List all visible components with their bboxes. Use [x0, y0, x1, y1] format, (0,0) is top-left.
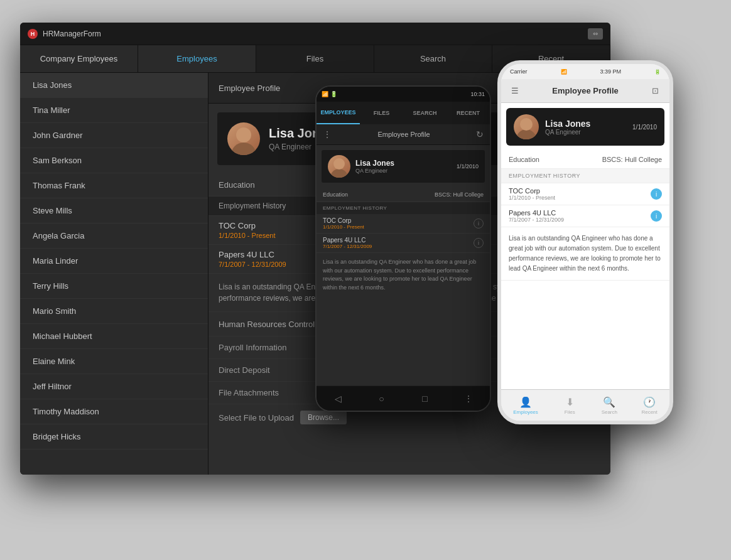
file-upload-button[interactable]: Browse... — [300, 411, 347, 424]
android-device: 📶 🔋 10:31 EMPLOYEES FILES SEARCH RECENT … — [315, 85, 491, 412]
android-tab-files[interactable]: FILES — [360, 102, 403, 124]
android-time: 10:31 — [470, 91, 485, 97]
ios-recent-icon: 🕐 — [642, 396, 657, 408]
ios-profile-left: Lisa Jones QA Engineer — [514, 114, 590, 139]
android-menu-icon[interactable]: ⋮ — [323, 129, 332, 139]
ios-profile-card: Lisa Jones QA Engineer 1/1/2010 — [506, 108, 664, 146]
list-item[interactable]: Timothy Maddison — [20, 399, 208, 424]
ios-nav-menu-icon[interactable]: ☰ — [507, 83, 523, 99]
android-info-btn[interactable]: i — [474, 238, 484, 248]
list-item[interactable]: Michael Hubbert — [20, 324, 208, 349]
ios-employment-header: EMPLOYMENT HISTORY — [501, 169, 669, 183]
android-profile-header: ⋮ Employee Profile ↻ — [317, 124, 490, 145]
svg-point-1 — [236, 127, 251, 143]
ios-tab-recent-label: Recent — [641, 409, 657, 415]
ios-inner: Carrier 📶 3:39 PM 🔋 ☰ Employee Profile ⊡ — [501, 64, 669, 421]
avatar — [227, 122, 260, 155]
list-item[interactable]: Steve Mills — [20, 198, 208, 223]
ios-avatar — [514, 114, 539, 139]
tab-search[interactable]: Search — [374, 45, 492, 72]
ios-info-btn[interactable]: i — [651, 188, 662, 200]
android-profile-date: 1/1/2010 — [457, 163, 479, 170]
ios-tab-recent[interactable]: 🕐 Recent — [641, 396, 657, 415]
ios-emp-info: Papers 4U LLC 7/1/2007 - 12/31/2009 — [509, 209, 564, 223]
tab-files[interactable]: Files — [256, 45, 374, 72]
tab-company-employees[interactable]: Company Employees — [20, 45, 138, 72]
android-avatar — [328, 155, 350, 178]
android-home-btn[interactable]: ○ — [374, 391, 389, 406]
svg-point-0 — [231, 143, 256, 155]
ios-emp-item: TOC Corp 1/1/2010 - Present i — [501, 183, 669, 205]
ios-tab-search[interactable]: 🔍 Search — [602, 396, 617, 415]
ios-tab-employees[interactable]: 👤 Employees — [513, 396, 538, 415]
svg-point-3 — [333, 158, 345, 170]
list-item[interactable]: Terry Hills — [20, 274, 208, 299]
list-item[interactable]: Thomas Frank — [20, 173, 208, 198]
list-item[interactable]: Mario Smith — [20, 299, 208, 324]
ios-content: Lisa Jones QA Engineer 1/1/2010 Educatio… — [501, 103, 669, 389]
ios-profile-job: QA Engineer — [545, 129, 590, 136]
ios-navbar: ☰ Employee Profile ⊡ — [501, 79, 669, 103]
android-info-btn[interactable]: i — [474, 218, 484, 229]
android-bottom-bar: ◁ ○ □ ⋮ — [317, 385, 490, 411]
employee-list: Lisa Jones Tina Miller John Gardner Sam … — [20, 73, 208, 475]
ios-navbar-title: Employee Profile — [552, 86, 618, 95]
ios-profile-date: 1/1/2010 — [632, 124, 657, 131]
android-tab-employees[interactable]: EMPLOYEES — [317, 102, 360, 124]
android-recents-btn[interactable]: □ — [418, 391, 433, 406]
window-control-btn[interactable]: ⇔ — [588, 28, 603, 40]
ios-tab-search-label: Search — [602, 409, 617, 415]
list-item[interactable]: Maria Linder — [20, 249, 208, 274]
ios-profile-info: Lisa Jones QA Engineer — [545, 119, 590, 136]
ios-files-icon: ⬇ — [562, 396, 577, 408]
android-profile-left: Lisa Jones QA Engineer — [328, 155, 394, 178]
file-upload-label: Select File to Upload — [219, 413, 294, 423]
ios-info-btn[interactable]: i — [651, 210, 662, 222]
android-emp-info: Papers 4U LLC 7/1/2007 - 12/31/2009 — [323, 237, 372, 249]
svg-point-2 — [330, 169, 348, 178]
ios-employees-icon: 👤 — [518, 396, 533, 408]
ios-carrier: Carrier — [510, 68, 528, 75]
list-item[interactable]: Sam Berkson — [20, 148, 208, 173]
list-item[interactable]: Lisa Jones — [20, 73, 208, 98]
ios-expand-icon[interactable]: ⊡ — [648, 83, 663, 99]
ios-tab-files-label: Files — [565, 409, 575, 415]
list-item[interactable]: Bridget Hicks — [20, 424, 208, 450]
tab-employees[interactable]: Employees — [138, 45, 256, 72]
android-back-btn[interactable]: ◁ — [331, 391, 346, 406]
android-employment-header: EMPLOYMENT HISTORY — [317, 202, 490, 214]
android-statusbar: 📶 🔋 10:31 — [317, 87, 490, 102]
ios-device: Carrier 📶 3:39 PM 🔋 ☰ Employee Profile ⊡ — [497, 60, 673, 424]
android-menu-nav-btn[interactable]: ⋮ — [461, 391, 476, 406]
list-item[interactable]: Tina Miller — [20, 98, 208, 123]
ios-emp-info: TOC Corp 1/1/2010 - Present — [509, 187, 555, 201]
ios-battery-icon: 🔋 — [654, 69, 661, 75]
list-item[interactable]: Angela Garcia — [20, 223, 208, 249]
list-item[interactable]: Elaine Mink — [20, 349, 208, 374]
android-profile-card: Lisa Jones QA Engineer 1/1/2010 — [322, 150, 485, 183]
svg-point-4 — [516, 129, 536, 139]
profile-header-title: Employee Profile — [219, 83, 280, 93]
ios-education-row: Education BSCS: Hull College — [501, 151, 669, 169]
android-header-title: Employee Profile — [377, 131, 430, 138]
android-profile-name: Lisa Jones — [355, 159, 394, 168]
ios-statusbar: Carrier 📶 3:39 PM 🔋 — [501, 64, 669, 79]
window-title: HRManagerForm — [43, 30, 584, 38]
ios-wifi-icon: 📶 — [561, 69, 567, 75]
android-tab-search[interactable]: SEARCH — [403, 102, 447, 124]
android-profile-job: QA Engineer — [355, 168, 394, 174]
titlebar: H HRManagerForm ⇔ — [20, 23, 610, 45]
ios-profile-name: Lisa Jones — [545, 119, 590, 129]
android-nav-tabs: EMPLOYEES FILES SEARCH RECENT — [317, 102, 490, 124]
list-item[interactable]: John Gardner — [20, 123, 208, 148]
android-profile-info: Lisa Jones QA Engineer — [355, 159, 394, 174]
android-education-row: Education BSCS: Hull College — [317, 188, 490, 202]
android-emp-item: TOC Corp 1/1/2010 - Present i — [317, 214, 490, 234]
android-refresh-icon[interactable]: ↻ — [476, 129, 484, 139]
scene: H HRManagerForm ⇔ Company Employees Empl… — [20, 23, 711, 537]
android-content: ⋮ Employee Profile ↻ Lisa Jones QA Engin… — [317, 124, 490, 385]
android-tab-recent[interactable]: RECENT — [447, 102, 490, 124]
list-item[interactable]: Jeff Hiltnor — [20, 374, 208, 399]
ios-tab-files[interactable]: ⬇ Files — [562, 396, 577, 415]
ios-tabbar: 👤 Employees ⬇ Files 🔍 Search 🕐 Recent — [501, 389, 669, 421]
